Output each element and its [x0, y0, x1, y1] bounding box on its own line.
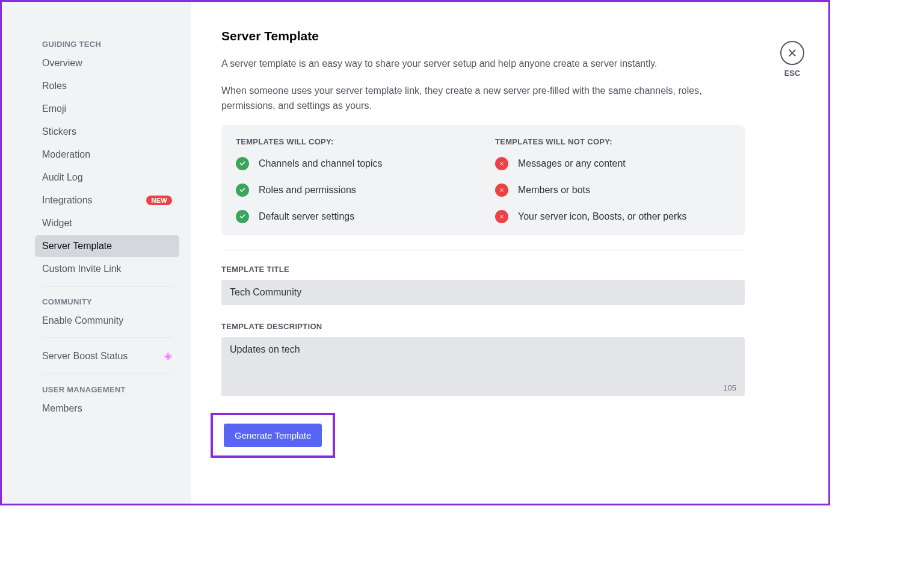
sidebar-item-custominvite[interactable]: Custom Invite Link	[35, 258, 179, 280]
copy-item-label: Channels and channel topics	[259, 158, 382, 169]
close-icon	[787, 48, 798, 58]
divider	[221, 250, 745, 250]
copy-item: Roles and permissions	[236, 184, 471, 197]
close-wrap: ESC	[780, 41, 804, 78]
copy-item: Channels and channel topics	[236, 157, 471, 170]
copy-info-box: Templates will copy: Channels and channe…	[221, 125, 745, 235]
divider	[42, 338, 172, 338]
generate-template-button[interactable]: Generate Template	[224, 424, 322, 447]
sidebar: Guiding Tech Overview Roles Emoji Sticke…	[2, 2, 191, 504]
x-icon	[495, 210, 508, 223]
will-not-copy-header: Templates will not copy:	[495, 137, 730, 146]
highlight-annotation: Generate Template	[211, 413, 335, 458]
sidebar-label: Overview	[42, 58, 82, 69]
section-header-community: Community	[35, 292, 179, 310]
sidebar-item-stickers[interactable]: Stickers	[35, 121, 179, 143]
sidebar-item-moderation[interactable]: Moderation	[35, 144, 179, 165]
copy-item-label: Default server settings	[259, 211, 354, 222]
page-title: Server Template	[221, 29, 798, 43]
sidebar-label: Stickers	[42, 126, 76, 137]
x-icon	[495, 184, 508, 197]
template-title-label: Template Title	[221, 265, 798, 274]
sidebar-item-overview[interactable]: Overview	[35, 52, 179, 74]
sidebar-label: Enable Community	[42, 315, 123, 326]
sidebar-item-widget[interactable]: Widget	[35, 212, 179, 234]
check-icon	[236, 157, 249, 170]
char-count: 105	[723, 383, 736, 392]
sidebar-item-roles[interactable]: Roles	[35, 75, 179, 97]
sidebar-label: Server Boost Status	[42, 351, 128, 362]
sidebar-label: Members	[42, 403, 82, 414]
nocopy-item-label: Your server icon, Boosts, or other perks	[518, 211, 686, 222]
sidebar-item-servertemplate[interactable]: Server Template	[35, 235, 179, 257]
sidebar-label: Integrations	[42, 195, 93, 206]
sidebar-item-emoji[interactable]: Emoji	[35, 98, 179, 120]
nocopy-item-label: Members or bots	[518, 185, 590, 196]
nocopy-item: Messages or any content	[495, 157, 730, 170]
description-2: When someone uses your server template l…	[221, 84, 715, 114]
nocopy-item-label: Messages or any content	[518, 158, 626, 169]
description-1: A server template is an easy way to shar…	[221, 57, 715, 72]
divider	[42, 286, 172, 286]
x-icon	[495, 157, 508, 170]
close-button[interactable]	[780, 41, 804, 65]
section-header-guidingtech: Guiding Tech	[35, 35, 179, 52]
will-copy-column: Templates will copy: Channels and channe…	[236, 137, 471, 223]
main-content: Server Template A server template is an …	[191, 2, 828, 504]
nocopy-item: Members or bots	[495, 184, 730, 197]
template-title-input[interactable]	[221, 280, 745, 305]
sidebar-item-boost[interactable]: Server Boost Status◈	[35, 344, 179, 368]
will-not-copy-column: Templates will not copy: Messages or any…	[495, 137, 730, 223]
will-copy-header: Templates will copy:	[236, 137, 471, 146]
boost-icon: ◈	[164, 350, 172, 362]
sidebar-item-enablecommunity[interactable]: Enable Community	[35, 310, 179, 332]
section-header-usermgmt: User Management	[35, 380, 179, 398]
check-icon	[236, 210, 249, 223]
new-badge: NEW	[146, 196, 172, 205]
sidebar-label: Custom Invite Link	[42, 264, 122, 274]
sidebar-item-auditlog[interactable]: Audit Log	[35, 167, 179, 188]
template-desc-textarea[interactable]	[221, 337, 745, 396]
sidebar-label: Widget	[42, 218, 72, 229]
copy-item-label: Roles and permissions	[259, 185, 356, 196]
sidebar-label: Emoji	[42, 103, 66, 114]
sidebar-label: Moderation	[42, 149, 90, 160]
sidebar-label: Audit Log	[42, 172, 83, 183]
copy-item: Default server settings	[236, 210, 471, 223]
sidebar-label: Server Template	[42, 241, 112, 252]
sidebar-item-integrations[interactable]: IntegrationsNEW	[35, 190, 179, 211]
nocopy-item: Your server icon, Boosts, or other perks	[495, 210, 730, 223]
divider	[42, 374, 172, 374]
check-icon	[236, 184, 249, 197]
template-desc-label: Template Description	[221, 322, 798, 331]
esc-label: ESC	[780, 69, 804, 78]
sidebar-label: Roles	[42, 81, 67, 91]
sidebar-item-members[interactable]: Members	[35, 398, 179, 419]
